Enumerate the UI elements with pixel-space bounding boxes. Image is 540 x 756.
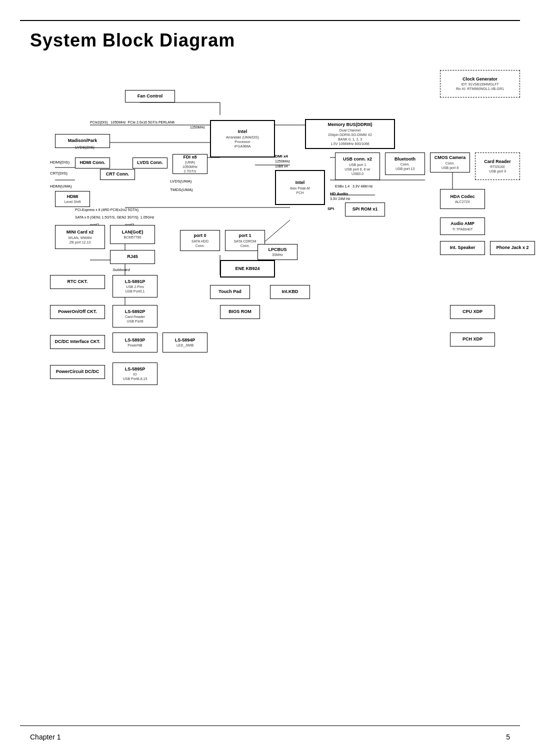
bios-title: BIOS ROM xyxy=(228,309,252,315)
fan-control-box: Fan Control xyxy=(125,90,175,102)
int-speaker-title: Int. Speaker xyxy=(450,245,475,251)
mini-card-title: MINI Card x2 xyxy=(66,230,94,236)
footer-right: 5 xyxy=(506,733,510,741)
dmi-freq: 1250MHz xyxy=(275,159,290,164)
mem-line2: 204pin DDRIII-SO-DIMM X2 xyxy=(328,132,372,137)
ibex-sub: Ibex Peak-M xyxy=(290,186,310,190)
cmos-title: CMOS Camera xyxy=(434,155,466,161)
pch-xdp-title: PCH XDP xyxy=(462,336,482,342)
ls5894p-title: LS-5894P xyxy=(175,338,196,344)
mem-line3: BANK 0, 1, 2, 3 xyxy=(338,137,362,142)
hdmi-level-sub: Level Shift xyxy=(64,200,81,204)
ls5894p-box: LS-5894P LED_JWIB xyxy=(162,332,208,352)
usb-conn-title: USB conn. x2 xyxy=(343,156,372,162)
bios-rom-box: BIOS ROM xyxy=(220,305,260,319)
intel-title: Intel xyxy=(238,129,248,135)
lvds-dis-label: LVDS(DIS) xyxy=(75,145,94,150)
mini-l1: WLAN, WWAN xyxy=(68,236,92,240)
sata-hdd-box: port 0 SATA HDD Conn. xyxy=(180,230,220,251)
ls5892p-title: LS-5892P xyxy=(125,309,146,315)
spi-rom-box: SPI ROM x1 xyxy=(345,202,385,216)
top-border xyxy=(20,20,520,21)
ibex-title: Intel xyxy=(296,180,305,186)
audio-l1: TI TPA6040T xyxy=(452,227,473,232)
spi-rom-title: SPI ROM x1 xyxy=(352,206,378,212)
cmos-camera-box: CMOS Camera Conn. USB port 8 xyxy=(430,152,470,172)
lan-title: LAN(GoE) xyxy=(122,230,144,236)
ls5892p-box: LS-5892P Card Reader USB Port6 xyxy=(112,305,158,328)
footer: Chapter 1 5 xyxy=(30,733,510,741)
ls5894-l1: LED_JWIB xyxy=(176,343,194,348)
intel-subtitle: Arrandale (UMA/DIS) xyxy=(226,135,259,140)
mini-l2: ZB port 12,13 xyxy=(70,240,90,244)
phone-jack-title: Phone Jack x 2 xyxy=(496,245,528,251)
poweron-box: PowerOn/Off CKT. xyxy=(50,305,105,319)
intkbd-title: Int.KBD xyxy=(282,289,298,295)
phone-jack-box: Phone Jack x 2 xyxy=(490,241,535,255)
poweron-title: PowerOn/Off CKT. xyxy=(58,309,97,315)
audio-amp-box: Audio AMP TI TPA6040T xyxy=(440,218,485,235)
memory-bus-box: Memory BUS(DDRIII) Dual Channel 204pin D… xyxy=(305,119,395,149)
bluetooth-box: Bluetooth Conn. USB port 13 xyxy=(385,152,425,175)
page-title: System Block Diagram xyxy=(30,30,235,51)
subboard-label: Subboard xyxy=(112,268,130,272)
bottom-border xyxy=(20,726,520,726)
ls5895-l2: USB Port6,8,15 xyxy=(123,376,148,381)
mem-line1: Dual Channel xyxy=(340,128,360,132)
ls5893p-box: LS-5893P PowerNB xyxy=(112,332,158,352)
cmos-l2: USB port 8 xyxy=(442,166,458,170)
cmos-l1: Conn. xyxy=(446,161,455,166)
ene-kb924-box: ENE KB924 xyxy=(220,260,275,278)
hdmi-level-title: HDMI xyxy=(67,194,78,200)
fdi-l1: 1050MHz xyxy=(182,164,198,169)
ls5892-l2: USB Port6 xyxy=(126,319,143,324)
hdmi-conn-box: HDMI Conn. xyxy=(75,158,110,168)
rj45-box: RJ45 xyxy=(110,250,155,264)
sata-hdd-sub: SATA HDD Conn. xyxy=(192,239,208,248)
hd-audio-freq: 3.3V 24M Hz xyxy=(330,196,350,201)
hdmi-level-box: HDMI Level Shift xyxy=(55,191,90,207)
lvds-conn-box: LVDS Conn. xyxy=(132,158,168,168)
lvds-uma-label: LVDS(UMA) xyxy=(170,179,192,184)
ls5895-l1: IO xyxy=(133,372,136,376)
intel-processor-box: Intel Arrandale (UMA/DIS) Processor rFGA… xyxy=(210,120,275,158)
pci-express-label: PCI-Express x 8 (4RD PCIEx2/x2 5GT/s) xyxy=(75,208,138,212)
hdmi-dis-label: HDMI(DIS) xyxy=(50,160,70,165)
card-reader-title: Card Reader xyxy=(484,159,511,165)
power-circuit-box: PowerCircuit DC/DC xyxy=(50,365,105,379)
dmi-freq2: 10Bit x4 xyxy=(275,164,288,168)
esb-label: ESBx 1.4 3.3V 48M Hz xyxy=(335,184,372,188)
freq-label: 1250MHz xyxy=(190,125,205,130)
fdi-box: FDI x8 (UMA) 1050MHz 2.7GT/s xyxy=(172,154,208,174)
rtc-ckt-box: RTC CKT. xyxy=(50,275,105,289)
cpu-xdp-title: CPU XDP xyxy=(462,309,482,315)
madison-park-title: Madison/Park xyxy=(68,138,98,144)
ls5891-l2: USB Port0,1 xyxy=(126,289,145,294)
rtc-title: RTC CKT. xyxy=(68,279,88,285)
int-speaker-box: Int. Speaker xyxy=(440,241,485,255)
tmds-uma-label: TMDS(UMA) xyxy=(170,188,193,192)
crt-dis-label: CRT(DIS) xyxy=(50,171,68,176)
fan-control-title: Fan Control xyxy=(138,94,163,100)
fdi-l2: 2.7GT/s xyxy=(184,169,196,174)
intel-line2: rFGA988A xyxy=(234,144,250,148)
bt-title: Bluetooth xyxy=(394,156,416,162)
mem-line4: 1.5V 1066MHz 800/1066 xyxy=(330,142,369,146)
clock-gen-line1: IDT: 91VSB1994MGLFT xyxy=(461,82,498,86)
pcie-label: PCIe2(DIS) 1050MHz PCIe 2.0x16 5GT/s PER… xyxy=(90,120,174,124)
ibex-peak-box: Intel Ibex Peak-M PCH xyxy=(275,170,325,205)
bt-l1: Conn. xyxy=(400,162,410,166)
lpcbus-box: LPCBUS 33MHz xyxy=(258,244,298,260)
intel-line1: Processor xyxy=(234,140,250,144)
crt-conn-box: CRT Conn. xyxy=(100,169,135,180)
pch-xdp-box: PCH XDP xyxy=(450,332,495,346)
ibex-l1: PCH xyxy=(296,190,304,195)
rj45-title: RJ45 xyxy=(127,254,138,260)
mem-title: Memory BUS(DDRIII) xyxy=(328,122,372,128)
hda-l1: ALC272X xyxy=(455,200,470,204)
footer-left: Chapter 1 xyxy=(30,733,60,741)
hda-codec-title: HDA Codec xyxy=(450,194,474,200)
usb-l1: USB port 1 xyxy=(349,162,366,167)
hdmi-uma-label: HDMI(UMA) xyxy=(50,184,72,189)
ls5891-l1: USB 2.Pins xyxy=(126,284,144,289)
